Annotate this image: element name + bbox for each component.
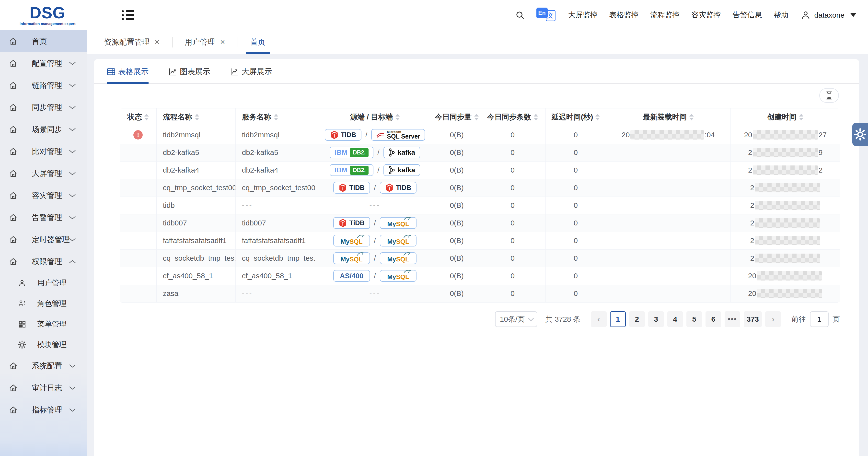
topnav-item-容灾监控[interactable]: 容灾监控 [691, 10, 721, 20]
sidebar-item-链路管理[interactable]: 链路管理 [0, 74, 87, 96]
sort-carets-icon[interactable] [689, 114, 694, 120]
service-name-cell: --- [236, 196, 316, 214]
sync-count-cell: 0 [479, 267, 546, 285]
view-tab-大屏展示[interactable]: 大屏展示 [230, 67, 272, 84]
home-icon [8, 191, 18, 201]
sort-carets-icon[interactable] [799, 114, 803, 120]
sidebar-item-首页[interactable]: 首页 [0, 30, 87, 52]
page-button-373[interactable]: 373 [744, 311, 762, 327]
page-button-1[interactable]: 1 [610, 311, 626, 327]
view-tab-图表展示[interactable]: 图表展示 [168, 67, 210, 84]
sidebar-item-权限管理[interactable]: 权限管理 [0, 251, 87, 273]
sort-carets-icon[interactable] [144, 114, 149, 120]
page-button-6[interactable]: 6 [706, 311, 721, 327]
top-nav: 文 En 大屏监控表格监控流程监控容灾监控告警信息帮助 dataxone [515, 8, 856, 23]
sort-carets-icon[interactable] [595, 114, 600, 120]
home-icon [8, 235, 18, 245]
close-icon[interactable]: ✕ [154, 38, 160, 46]
sort-carets-icon[interactable] [195, 114, 199, 120]
sort-carets-icon[interactable] [274, 114, 278, 120]
sort-carets-icon[interactable] [534, 114, 538, 120]
language-toggle-icon[interactable]: 文 En [536, 8, 556, 23]
sidebar-item-场景同步[interactable]: 场景同步 [0, 119, 87, 141]
topnav-item-表格监控[interactable]: 表格监控 [609, 10, 639, 20]
page-button-3[interactable]: 3 [648, 311, 664, 327]
delay-cell: 0 [546, 249, 606, 267]
load-time-cell [606, 144, 731, 161]
chevron-down-icon [69, 127, 76, 131]
delay-cell: 0 [546, 196, 606, 214]
tidb-logo-icon [339, 218, 347, 227]
page-button-4[interactable]: 4 [667, 311, 683, 327]
sidebar-item-配置管理[interactable]: 配置管理 [0, 52, 87, 74]
create-time-cell: 2027 [731, 126, 840, 144]
sidebar-item-容灾管理[interactable]: 容灾管理 [0, 185, 87, 207]
sidebar-item-系统配置[interactable]: 系统配置 [0, 355, 87, 377]
db-badge-ibmdb2: IBMDB2. [330, 164, 373, 176]
user-menu[interactable]: dataxone [800, 10, 856, 21]
sort-carets-icon[interactable] [396, 114, 400, 120]
page-tab-首页[interactable]: 首页 [249, 30, 267, 54]
mysql-dolphin-icon [357, 234, 365, 238]
sidebar-item-label: 场景同步 [32, 124, 62, 134]
sync-count-cell: 0 [479, 144, 546, 161]
page-button-2[interactable]: 2 [629, 311, 645, 327]
process-name-cell: zasa [156, 285, 236, 302]
pagination: 10条/页 共 3728 条 ‹123456•••373› 前往 页 [94, 311, 840, 327]
tab-divider [172, 37, 173, 48]
page-tab-用户管理[interactable]: 用户管理✕ [183, 30, 227, 54]
sidebar-subitem-模块管理[interactable]: 模块管理 [0, 334, 87, 355]
db-badge-tidb: TiDB [333, 182, 370, 193]
menu-grid-icon [18, 320, 26, 329]
process-name-cell: db2-kafka4 [156, 161, 236, 179]
topnav-item-大屏监控[interactable]: 大屏监控 [568, 10, 597, 20]
view-tab-表格展示[interactable]: 表格展示 [107, 67, 149, 84]
view-tab-label: 图表展示 [180, 67, 210, 77]
goto-page-input[interactable] [810, 311, 829, 327]
topnav-item-帮助[interactable]: 帮助 [774, 10, 788, 20]
mysql-dolphin-icon [403, 234, 412, 238]
tab-divider [238, 37, 238, 48]
sync-amount-cell: 0(B) [434, 196, 479, 214]
search-icon[interactable] [515, 10, 525, 20]
mysql-dolphin-icon [403, 269, 412, 274]
service-name-cell: faffafsfafsafafsadff1 [236, 232, 316, 249]
sidebar-item-同步管理[interactable]: 同步管理 [0, 96, 87, 119]
sidebar-item-定时器管理[interactable]: 定时器管理 [0, 229, 87, 251]
sidebar-item-审计日志[interactable]: 审计日志 [0, 377, 87, 399]
sidebar-item-指标管理[interactable]: 指标管理 [0, 399, 87, 421]
page-size-select[interactable]: 10条/页 [495, 311, 537, 327]
topnav-item-流程监控[interactable]: 流程监控 [650, 10, 680, 20]
process-name-cell: db2-kafka5 [156, 144, 236, 161]
next-page-button[interactable]: › [765, 311, 781, 327]
sidebar-subitem-角色管理[interactable]: 角色管理 [0, 293, 87, 314]
table-row: cq_tmp_socket_test001cq_tmp_socket_test0… [120, 179, 840, 196]
table-row: !tidb2mmsqltidb2mmsqlTiDB/MicrosoftSQL S… [120, 126, 840, 144]
page-button-5[interactable]: 5 [686, 311, 702, 327]
page-tab-资源配置管理[interactable]: 资源配置管理✕ [102, 30, 161, 54]
sidebar-subitem-菜单管理[interactable]: 菜单管理 [0, 314, 87, 334]
delay-cell: 0 [546, 144, 606, 161]
service-name-cell: cf_as400_58_1 [236, 267, 316, 285]
sidebar-item-比对管理[interactable]: 比对管理 [0, 141, 87, 162]
prev-page-button[interactable]: ‹ [591, 311, 607, 327]
chevron-down-icon [69, 216, 76, 219]
home-icon [8, 213, 18, 222]
close-icon[interactable]: ✕ [220, 38, 225, 46]
settings-drawer-button[interactable] [852, 123, 868, 146]
sidebar-collapse-icon[interactable] [122, 10, 134, 20]
process-name-cell: tidb [156, 196, 236, 214]
topnav-item-告警信息[interactable]: 告警信息 [733, 10, 762, 20]
sort-carets-icon[interactable] [474, 114, 479, 120]
sidebar-subitem-用户管理[interactable]: 用户管理 [0, 273, 87, 293]
history-hourglass-button[interactable] [819, 88, 839, 103]
column-label: 延迟时间(秒) [552, 112, 593, 122]
endpoints-cell: --- [316, 285, 434, 302]
db-badge-mysql: MySQL [333, 235, 370, 246]
more-pages-button[interactable]: ••• [724, 311, 740, 327]
sidebar-item-大屏管理[interactable]: 大屏管理 [0, 162, 87, 185]
sync-count-cell: 0 [479, 232, 546, 249]
mysql-dolphin-icon [403, 216, 412, 221]
sidebar-item-告警管理[interactable]: 告警管理 [0, 207, 87, 229]
page-size-value: 10条/页 [500, 314, 525, 324]
